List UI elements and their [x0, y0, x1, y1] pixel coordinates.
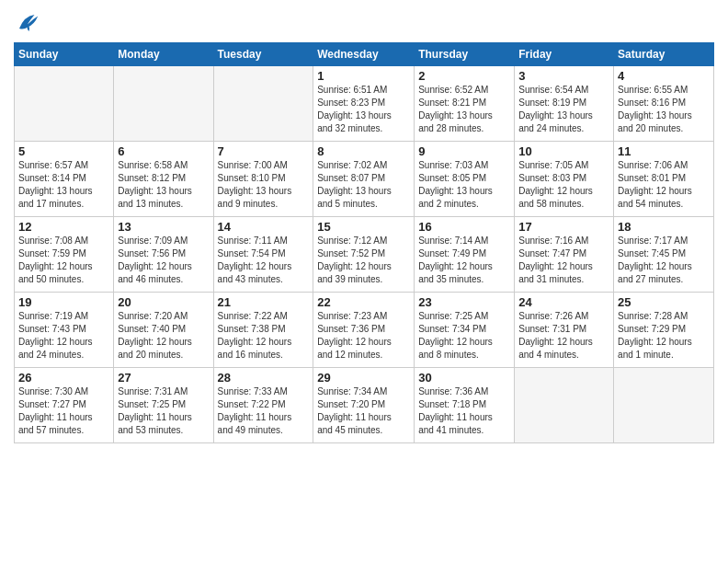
day-number: 3	[518, 69, 609, 83]
day-number: 30	[418, 371, 510, 385]
calendar-cell	[213, 66, 313, 142]
day-info: Sunrise: 6:58 AMSunset: 8:12 PMDaylight:…	[118, 159, 209, 211]
day-info: Sunrise: 7:17 AMSunset: 7:45 PMDaylight:…	[618, 235, 710, 286]
weekday-header-monday: Monday	[114, 43, 213, 66]
day-info: Sunrise: 7:00 AMSunset: 8:10 PMDaylight:…	[218, 159, 310, 211]
logo-icon	[14, 9, 41, 37]
day-number: 28	[218, 371, 310, 385]
day-info: Sunrise: 7:05 AMSunset: 8:03 PMDaylight:…	[518, 159, 609, 211]
calendar-cell: 10Sunrise: 7:05 AMSunset: 8:03 PMDayligh…	[515, 142, 614, 217]
day-info: Sunrise: 7:03 AMSunset: 8:05 PMDaylight:…	[418, 159, 510, 211]
calendar-cell: 14Sunrise: 7:11 AMSunset: 7:54 PMDayligh…	[213, 217, 313, 293]
day-number: 24	[518, 295, 609, 309]
calendar-cell	[114, 66, 213, 142]
day-info: Sunrise: 7:16 AMSunset: 7:47 PMDaylight:…	[518, 235, 609, 286]
day-number: 27	[118, 371, 209, 385]
calendar-cell: 28Sunrise: 7:33 AMSunset: 7:22 PMDayligh…	[213, 368, 313, 443]
calendar-cell: 27Sunrise: 7:31 AMSunset: 7:25 PMDayligh…	[114, 368, 213, 443]
calendar-cell: 18Sunrise: 7:17 AMSunset: 7:45 PMDayligh…	[614, 217, 714, 293]
weekday-header-sunday: Sunday	[15, 43, 114, 66]
day-info: Sunrise: 7:19 AMSunset: 7:43 PMDaylight:…	[18, 310, 109, 362]
calendar-cell: 1Sunrise: 6:51 AMSunset: 8:23 PMDaylight…	[313, 66, 415, 142]
day-info: Sunrise: 7:31 AMSunset: 7:25 PMDaylight:…	[118, 385, 209, 437]
day-info: Sunrise: 7:22 AMSunset: 7:38 PMDaylight:…	[218, 310, 310, 362]
day-number: 2	[418, 69, 510, 83]
day-info: Sunrise: 7:33 AMSunset: 7:22 PMDaylight:…	[218, 385, 310, 437]
calendar-cell: 30Sunrise: 7:36 AMSunset: 7:18 PMDayligh…	[415, 368, 515, 443]
calendar-cell: 29Sunrise: 7:34 AMSunset: 7:20 PMDayligh…	[313, 368, 415, 443]
weekday-header-friday: Friday	[515, 43, 614, 66]
calendar-cell: 19Sunrise: 7:19 AMSunset: 7:43 PMDayligh…	[15, 293, 114, 368]
calendar-cell: 6Sunrise: 6:58 AMSunset: 8:12 PMDaylight…	[114, 142, 213, 217]
day-info: Sunrise: 7:25 AMSunset: 7:34 PMDaylight:…	[418, 310, 510, 362]
day-number: 14	[218, 220, 310, 234]
day-number: 26	[18, 371, 109, 385]
calendar-cell: 11Sunrise: 7:06 AMSunset: 8:01 PMDayligh…	[614, 142, 714, 217]
calendar-row-2: 5Sunrise: 6:57 AMSunset: 8:14 PMDaylight…	[15, 142, 714, 217]
calendar-cell: 2Sunrise: 6:52 AMSunset: 8:21 PMDaylight…	[415, 66, 515, 142]
day-info: Sunrise: 7:30 AMSunset: 7:27 PMDaylight:…	[18, 385, 109, 437]
calendar-cell	[15, 66, 114, 142]
weekday-header-row: SundayMondayTuesdayWednesdayThursdayFrid…	[15, 43, 714, 66]
calendar-cell: 21Sunrise: 7:22 AMSunset: 7:38 PMDayligh…	[213, 293, 313, 368]
weekday-header-thursday: Thursday	[415, 43, 515, 66]
day-number: 23	[418, 295, 510, 309]
calendar-cell: 3Sunrise: 6:54 AMSunset: 8:19 PMDaylight…	[515, 66, 614, 142]
day-number: 15	[317, 220, 410, 234]
calendar-cell: 12Sunrise: 7:08 AMSunset: 7:59 PMDayligh…	[15, 217, 114, 293]
calendar-cell: 24Sunrise: 7:26 AMSunset: 7:31 PMDayligh…	[515, 293, 614, 368]
calendar-cell: 23Sunrise: 7:25 AMSunset: 7:34 PMDayligh…	[415, 293, 515, 368]
day-number: 13	[118, 220, 209, 234]
day-number: 20	[118, 295, 209, 309]
day-info: Sunrise: 7:36 AMSunset: 7:18 PMDaylight:…	[418, 385, 510, 437]
calendar-cell: 4Sunrise: 6:55 AMSunset: 8:16 PMDaylight…	[614, 66, 714, 142]
day-info: Sunrise: 7:28 AMSunset: 7:29 PMDaylight:…	[618, 310, 710, 362]
weekday-header-saturday: Saturday	[614, 43, 714, 66]
calendar-table: SundayMondayTuesdayWednesdayThursdayFrid…	[14, 42, 714, 443]
day-number: 19	[18, 295, 109, 309]
day-info: Sunrise: 7:08 AMSunset: 7:59 PMDaylight:…	[18, 235, 109, 286]
calendar-row-5: 26Sunrise: 7:30 AMSunset: 7:27 PMDayligh…	[15, 368, 714, 443]
calendar-cell: 7Sunrise: 7:00 AMSunset: 8:10 PMDaylight…	[213, 142, 313, 217]
day-number: 1	[317, 69, 410, 83]
calendar-cell	[515, 368, 614, 443]
calendar-row-3: 12Sunrise: 7:08 AMSunset: 7:59 PMDayligh…	[15, 217, 714, 293]
day-info: Sunrise: 6:54 AMSunset: 8:19 PMDaylight:…	[518, 84, 609, 135]
logo	[14, 9, 45, 37]
day-info: Sunrise: 7:26 AMSunset: 7:31 PMDaylight:…	[518, 310, 609, 362]
day-info: Sunrise: 7:20 AMSunset: 7:40 PMDaylight:…	[118, 310, 209, 362]
day-info: Sunrise: 6:51 AMSunset: 8:23 PMDaylight:…	[317, 84, 410, 135]
calendar-cell: 16Sunrise: 7:14 AMSunset: 7:49 PMDayligh…	[415, 217, 515, 293]
day-number: 4	[618, 69, 710, 83]
calendar-cell: 22Sunrise: 7:23 AMSunset: 7:36 PMDayligh…	[313, 293, 415, 368]
day-number: 7	[218, 144, 310, 158]
day-number: 18	[618, 220, 710, 234]
day-number: 22	[317, 295, 410, 309]
day-info: Sunrise: 7:11 AMSunset: 7:54 PMDaylight:…	[218, 235, 310, 286]
day-number: 5	[18, 144, 109, 158]
day-info: Sunrise: 6:57 AMSunset: 8:14 PMDaylight:…	[18, 159, 109, 211]
day-info: Sunrise: 6:52 AMSunset: 8:21 PMDaylight:…	[418, 84, 510, 135]
page-header	[14, 9, 714, 37]
day-info: Sunrise: 7:06 AMSunset: 8:01 PMDaylight:…	[618, 159, 710, 211]
calendar-cell: 8Sunrise: 7:02 AMSunset: 8:07 PMDaylight…	[313, 142, 415, 217]
day-number: 25	[618, 295, 710, 309]
calendar-cell	[614, 368, 714, 443]
day-number: 9	[418, 144, 510, 158]
calendar-cell: 15Sunrise: 7:12 AMSunset: 7:52 PMDayligh…	[313, 217, 415, 293]
day-info: Sunrise: 6:55 AMSunset: 8:16 PMDaylight:…	[618, 84, 710, 135]
calendar-cell: 13Sunrise: 7:09 AMSunset: 7:56 PMDayligh…	[114, 217, 213, 293]
day-number: 17	[518, 220, 609, 234]
calendar-cell: 5Sunrise: 6:57 AMSunset: 8:14 PMDaylight…	[15, 142, 114, 217]
day-number: 6	[118, 144, 209, 158]
day-number: 16	[418, 220, 510, 234]
day-number: 10	[518, 144, 609, 158]
day-number: 29	[317, 371, 410, 385]
day-info: Sunrise: 7:12 AMSunset: 7:52 PMDaylight:…	[317, 235, 410, 286]
day-info: Sunrise: 7:02 AMSunset: 8:07 PMDaylight:…	[317, 159, 410, 211]
calendar-cell: 20Sunrise: 7:20 AMSunset: 7:40 PMDayligh…	[114, 293, 213, 368]
calendar-row-1: 1Sunrise: 6:51 AMSunset: 8:23 PMDaylight…	[15, 66, 714, 142]
day-number: 12	[18, 220, 109, 234]
day-number: 11	[618, 144, 710, 158]
calendar-cell: 9Sunrise: 7:03 AMSunset: 8:05 PMDaylight…	[415, 142, 515, 217]
